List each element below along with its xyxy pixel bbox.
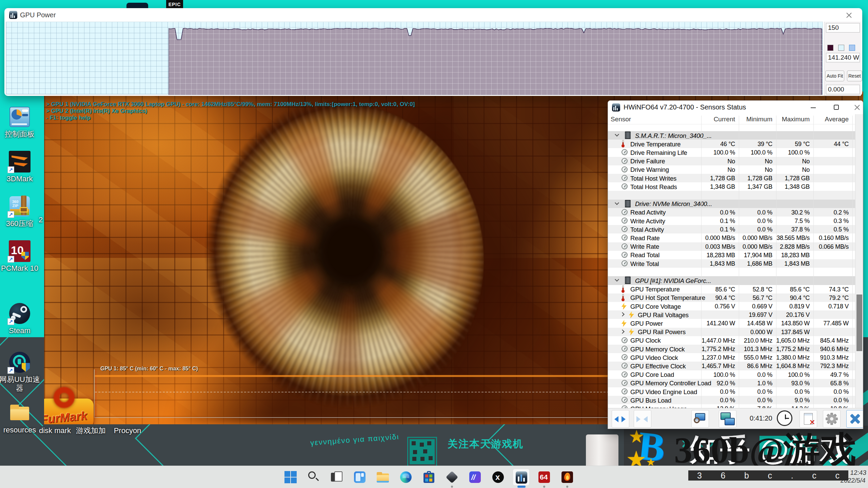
- sensor-row-gpu-core-load[interactable]: GPU Core Load100.0 %0.0 %100.0 %49.7 %: [608, 370, 855, 379]
- hwinfo-button[interactable]: [513, 469, 530, 486]
- sensor-label: Write Total: [630, 260, 659, 268]
- section-header[interactable]: GPU [#1]: NVIDIA GeForc...: [608, 276, 855, 285]
- column-header-sensor[interactable]: Sensor: [611, 116, 631, 123]
- reset-button[interactable]: Reset: [847, 70, 862, 81]
- sensor-row-gpu-power[interactable]: GPU Power141.240 W14.458 W143.850 W77.48…: [608, 319, 855, 327]
- store-button[interactable]: [420, 469, 437, 486]
- remote-monitoring-button[interactable]: [719, 410, 736, 428]
- meter-icon: [622, 218, 628, 224]
- file-explorer-button[interactable]: [374, 469, 391, 486]
- watermark-letter: b: [744, 471, 749, 481]
- start-button[interactable]: [282, 469, 299, 486]
- desktop-icon-uu[interactable]: ↗网易UU加速器: [0, 351, 41, 393]
- sensor-row-gpu-effective-clock[interactable]: GPU Effective Clock1,465.7 MHz86.6 MHz1,…: [608, 362, 855, 370]
- desktop-icon-folder[interactable]: resources: [0, 402, 41, 434]
- hwinfo-scrollbar[interactable]: [855, 114, 863, 408]
- sensor-row-read-activity[interactable]: Read Activity0.0 %0.0 %30.2 %0.2 %: [608, 208, 855, 217]
- sensor-row-drive-remaining-life[interactable]: Drive Remaining Life100.0 %100.0 %100.0 …: [608, 148, 855, 157]
- reset-values-button[interactable]: ✕: [800, 410, 817, 428]
- sensor-label: GPU Core Voltage: [630, 303, 681, 310]
- sensor-row-drive-temperature[interactable]: Drive Temperature46 °C39 °C59 °C44 °C: [608, 140, 855, 148]
- clock-icon[interactable]: [777, 410, 792, 426]
- pcmark-button[interactable]: //: [467, 469, 484, 486]
- gpu-power-ymax: 150: [826, 23, 860, 33]
- column-header-minimum[interactable]: Minimum: [737, 116, 772, 123]
- sensor-value: 0.718 V: [798, 303, 849, 310]
- desktop-icon-zip360[interactable]: 360ZIP↗360压缩: [0, 196, 41, 228]
- sensor-row-gpu-clock[interactable]: GPU Clock1,447.0 MHz210.0 MHz1,605.0 MHz…: [608, 336, 855, 345]
- wallpaper-qr-code: [410, 439, 435, 464]
- desktop-icon-cpanel[interactable]: 控制面板: [0, 106, 41, 139]
- close-button[interactable]: [852, 103, 862, 112]
- sensor-row-gpu-rail-voltages[interactable]: GPU Rail Voltages19.697 V20.176 V: [608, 310, 855, 319]
- desktop-icon-label-bottom[interactable]: 游戏加加: [76, 426, 106, 435]
- sensor-row-drive-failure[interactable]: Drive FailureNoNoNo: [608, 157, 855, 165]
- sensor-row-write-total[interactable]: Write Total1,843 MB1,686 MB1,843 MB: [608, 259, 855, 268]
- desktop-icon-label-bottom[interactable]: disk mark: [39, 426, 71, 435]
- prev-sensor-button[interactable]: [612, 410, 629, 428]
- maximize-button[interactable]: [831, 103, 841, 112]
- next-sensor-button[interactable]: [634, 410, 651, 428]
- sensor-row-gpu-hot-spot-temperature[interactable]: GPU Hot Spot Temperature90.4 °C56.7 °C90…: [608, 293, 855, 302]
- desktop-icon-steam[interactable]: ↗Steam: [0, 303, 41, 335]
- sensor-row-gpu-bus-load[interactable]: GPU Bus Load0.0 %0.0 %9.0 %0.0 %: [608, 396, 855, 404]
- expand-icon: [620, 312, 625, 317]
- column-header-current[interactable]: Current: [700, 116, 735, 123]
- close-sensors-button[interactable]: [846, 410, 863, 428]
- search-button[interactable]: [305, 469, 322, 486]
- background-window-tab[interactable]: [126, 3, 148, 8]
- section-header[interactable]: Drive: NVMe Micron_3400...: [608, 200, 855, 208]
- sensor-value: 0.2 %: [798, 209, 849, 216]
- sensor-row-read-rate[interactable]: Read Rate0.000 MB/s0.000 MB/s38.565 MB/s…: [608, 233, 855, 242]
- auto-fit-button[interactable]: Auto Fit: [825, 70, 844, 81]
- sensor-row-drive-warning[interactable]: Drive WarningNoNoNo: [608, 165, 855, 174]
- hwinfo-titlebar[interactable]: HWiNFO64 v7.20-4700 - Sensors Status: [608, 101, 863, 114]
- sensor-row-gpu-memory-usage[interactable]: GPU Memory Usage13.9 %7.8 %14.2 %10.8 %: [608, 404, 855, 408]
- sensor-row-total-host-writes[interactable]: Total Host Writes1,728 GB1,728 GB1,728 G…: [608, 174, 855, 182]
- furmark-button[interactable]: [559, 469, 576, 486]
- sensor-row-gpu-rail-powers[interactable]: GPU Rail Powers0.000 W137.845 W: [608, 328, 855, 336]
- sensor-row-total-host-reads[interactable]: Total Host Reads1,348 GB1,347 GB1,348 GB: [608, 182, 855, 191]
- sensor-row-gpu-core-voltage[interactable]: GPU Core Voltage0.756 V0.669 V0.819 V0.7…: [608, 302, 855, 310]
- graph-color-swatch-1[interactable]: [827, 45, 833, 51]
- sensor-row-total-activity[interactable]: Total Activity0.1 %0.0 %37.8 %0.5 %: [608, 225, 855, 233]
- sensor-value: 0.160 MB/s: [798, 235, 849, 242]
- sensor-value: 65.8 %: [798, 380, 849, 387]
- widgets-button[interactable]: [351, 469, 368, 486]
- desktop-icon-label-bottom[interactable]: Procyon: [114, 426, 141, 435]
- sensor-label: Write Activity: [630, 218, 665, 225]
- settings-button[interactable]: [823, 410, 841, 428]
- sensor-row-gpu-memory-clock[interactable]: GPU Memory Clock1,775.2 MHz101.3 MHz1,77…: [608, 345, 855, 353]
- column-header-average[interactable]: Average: [813, 116, 849, 123]
- minimize-button[interactable]: [808, 103, 818, 112]
- sensor-row-read-total[interactable]: Read Total18,283 MB17,904 MB18,283 MB: [608, 251, 855, 259]
- system-summary-button[interactable]: [691, 410, 709, 428]
- meter-icon: [622, 158, 628, 164]
- gpu-power-window-icon: [9, 11, 17, 19]
- sensor-row-gpu-temperature[interactable]: GPU Temperature85.6 °C52.8 °C85.6 °C74.3…: [608, 285, 855, 293]
- scrollbar-thumb[interactable]: [856, 294, 862, 351]
- sensor-value: 792.3 MHz: [798, 363, 849, 370]
- gpu-power-close-button[interactable]: [844, 11, 854, 20]
- graph-color-swatch-2[interactable]: [838, 45, 844, 51]
- sensor-row-gpu-video-clock[interactable]: GPU Video Clock1,237.0 MHz555.0 MHz1,380…: [608, 353, 855, 362]
- epic-launcher-logo[interactable]: EPIC: [166, 0, 183, 8]
- xbox-button[interactable]: x: [490, 469, 507, 486]
- app64-button[interactable]: 64: [536, 469, 553, 486]
- column-header-maximum[interactable]: Maximum: [774, 116, 810, 123]
- desktop-icon-pcmark[interactable]: 10↗PCMark 10: [0, 240, 41, 273]
- close-icon: [852, 103, 862, 112]
- sensor-row-gpu-video-engine-load[interactable]: GPU Video Engine Load0.0 %0.0 %0.0 %0.0 …: [608, 387, 855, 396]
- section-header[interactable]: S.M.A.R.T.: Micron_3400_...: [608, 131, 855, 140]
- graph-color-swatch-3[interactable]: [849, 45, 855, 51]
- desktop-icon-mark3d[interactable]: ↗3DMark: [0, 151, 41, 183]
- hwinfo-column-header[interactable]: SensorCurrentMinimumMaximumAverage: [608, 114, 863, 124]
- task-view-button[interactable]: [328, 469, 345, 486]
- 3dmark-button[interactable]: [443, 469, 460, 486]
- sensor-row-write-rate[interactable]: Write Rate0.003 MB/s0.000 MB/s2.828 MB/s…: [608, 242, 855, 251]
- sensor-row-write-activity[interactable]: Write Activity0.1 %0.0 %7.5 %0.3 %: [608, 217, 855, 225]
- sensor-row-gpu-memory-controller-load[interactable]: GPU Memory Controller Load92.0 %1.0 %93.…: [608, 379, 855, 387]
- edge-button[interactable]: [397, 469, 414, 486]
- gpu-power-titlebar[interactable]: GPU Power: [4, 8, 862, 22]
- sensor-label: Drive Failure: [630, 158, 665, 165]
